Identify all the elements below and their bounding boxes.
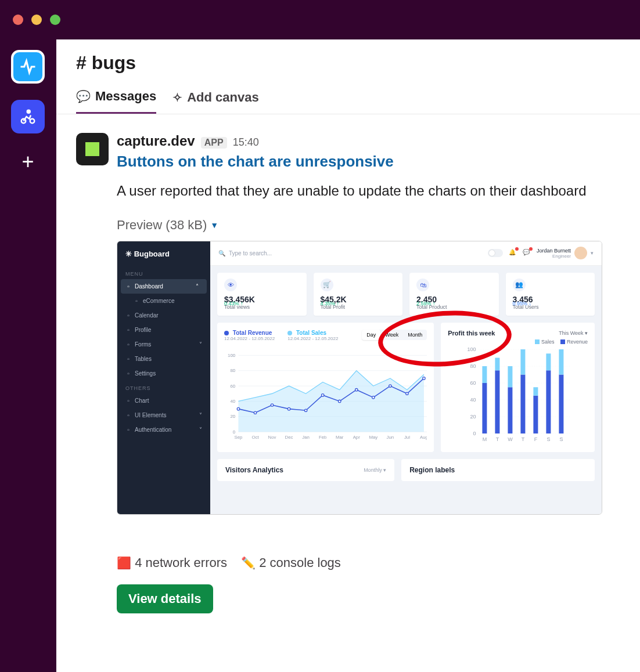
sidebar-item-settings[interactable]: ▫Settings [117, 366, 210, 381]
stat-card: 🛍2.450Total Product2.59% ↑ [409, 273, 499, 316]
dashboard-topbar: 🔍 Type to search... 🔔 💬 Jordan Burnett E… [210, 241, 602, 266]
range-day[interactable]: Day [362, 330, 380, 340]
svg-text:80: 80 [230, 368, 235, 373]
svg-point-38 [423, 377, 425, 380]
line-chart: 020406080100SepOctNovDecJanFebMarAprMayJ… [224, 346, 427, 447]
svg-text:Dec: Dec [285, 435, 293, 440]
range-week[interactable]: Week [380, 330, 403, 340]
svg-text:T: T [496, 436, 499, 442]
sidebar-item-authentication[interactable]: ▫Authentication˅ [117, 422, 210, 437]
sidebar-item-profile[interactable]: ▫Profile [117, 323, 210, 337]
sidebar-item-forms[interactable]: ▫Forms˅ [117, 337, 210, 352]
svg-text:W: W [508, 436, 513, 442]
visitors-selector[interactable]: Monthly ▾ [364, 467, 386, 473]
svg-point-28 [254, 411, 256, 414]
workspace-icon-primary[interactable] [11, 50, 45, 84]
tab-messages[interactable]: 💬 Messages [76, 89, 156, 114]
chevron-down-icon: ▼ [210, 221, 218, 230]
svg-text:Jun: Jun [387, 435, 394, 440]
user-name: Jordan Burnett [537, 248, 571, 254]
svg-text:100: 100 [228, 353, 236, 358]
svg-text:80: 80 [470, 363, 476, 369]
svg-point-33 [339, 400, 341, 402]
svg-rect-65 [534, 387, 538, 396]
search-input[interactable]: 🔍 Type to search... [218, 250, 482, 256]
svg-text:0: 0 [233, 429, 236, 435]
user-menu[interactable]: Jordan Burnett Engineer ▾ [537, 247, 594, 259]
svg-point-30 [287, 407, 290, 410]
messages-icon: 💬 [76, 89, 91, 103]
profit-selector[interactable]: This Week ▾ [559, 330, 588, 336]
tab-messages-label: Messages [95, 89, 156, 104]
add-workspace-button[interactable]: + [21, 150, 34, 174]
svg-text:Aug: Aug [420, 435, 427, 440]
card-pct: 4.35% ↑ [321, 301, 340, 306]
svg-rect-67 [546, 370, 551, 433]
svg-rect-70 [559, 374, 564, 433]
svg-rect-68 [546, 353, 551, 370]
win-max-dot[interactable] [50, 15, 60, 25]
sidebar-item-chart[interactable]: ▫Chart [117, 393, 210, 408]
window-titlebar [0, 0, 640, 39]
pencil-icon: ✏️ [241, 557, 256, 569]
svg-text:0: 0 [473, 431, 476, 436]
svg-text:60: 60 [230, 383, 235, 388]
svg-point-32 [321, 394, 323, 396]
svg-point-27 [237, 407, 239, 410]
chat-icon[interactable]: 💬 [523, 249, 531, 257]
win-min-dot[interactable] [31, 15, 42, 25]
svg-rect-59 [508, 366, 513, 387]
tab-add-canvas[interactable]: ✧ Add canvas [172, 89, 259, 114]
user-role: Engineer [537, 254, 571, 259]
profit-chart-panel: Profit this week This Week ▾ Sales Reven… [441, 323, 595, 452]
sender-avatar[interactable] [76, 133, 109, 165]
menu-section-label: MENU [117, 266, 210, 279]
chart-range-selector[interactable]: DayWeekMonth [362, 330, 427, 340]
theme-toggle[interactable] [488, 249, 503, 257]
sidebar-item-ecommerce[interactable]: ▫eCommerce [117, 294, 210, 308]
svg-point-29 [271, 404, 273, 406]
svg-rect-56 [495, 357, 500, 370]
sidebar-item-calendar[interactable]: ▫Calendar [117, 308, 210, 323]
win-close-dot[interactable] [13, 15, 23, 25]
svg-text:40: 40 [470, 397, 476, 403]
network-errors-attachment[interactable]: 🟥 4 network errors [117, 555, 227, 570]
bar-chart: 020406080100MTWTFSS [448, 347, 588, 443]
sidebar-item-ui-elements[interactable]: ▫UI Elements˅ [117, 408, 210, 422]
message-body-text: A user reported that they are unable to … [117, 181, 620, 201]
svg-rect-52 [483, 383, 487, 433]
svg-text:Mar: Mar [336, 435, 344, 440]
add-canvas-icon: ✧ [172, 91, 182, 104]
preview-label[interactable]: Preview (38 kB) ▼ [117, 218, 620, 233]
sidebar-item-tables[interactable]: ▫Tables [117, 352, 210, 366]
card-pct: 0.95% ↓ [513, 301, 532, 306]
svg-point-34 [355, 388, 358, 391]
tab-add-canvas-label: Add canvas [187, 90, 259, 105]
channel-tabs: 💬 Messages ✧ Add canvas [56, 78, 640, 114]
channel-title[interactable]: # bugs [56, 39, 640, 78]
console-logs-attachment[interactable]: ✏️ 2 console logs [241, 555, 341, 570]
svg-rect-62 [521, 349, 526, 375]
svg-text:T: T [522, 436, 525, 442]
svg-text:60: 60 [470, 380, 476, 386]
workspace-rail: + [0, 39, 56, 672]
sidebar-item-dashboard[interactable]: ▫Dashboard˄ [121, 279, 207, 294]
preview-image[interactable]: ✳ Bugboard MENU ▫Dashboard˄▫eCommerce▫Ca… [117, 241, 602, 515]
svg-rect-71 [559, 349, 564, 375]
svg-point-37 [406, 392, 408, 395]
svg-text:Nov: Nov [268, 435, 276, 440]
legend-sales: Total Sales [296, 330, 326, 336]
svg-point-2 [27, 110, 30, 113]
sender-name[interactable]: capture.dev [117, 133, 195, 149]
range-month[interactable]: Month [403, 330, 427, 340]
stat-cards-row: 👁$3.456KTotal views0.43% ↑🛒$45,2KTotal P… [210, 266, 602, 323]
svg-rect-55 [495, 370, 500, 433]
stat-card: 👁$3.456KTotal views0.43% ↑ [217, 273, 307, 316]
app-badge: APP [201, 137, 227, 149]
chevron-down-icon: ▾ [591, 250, 594, 256]
view-details-button[interactable]: View details [117, 584, 213, 613]
message-title-link[interactable]: Buttons on the chart are unresponsive [117, 153, 620, 171]
bell-icon[interactable]: 🔔 [509, 249, 517, 257]
workspace-icon-secondary[interactable] [11, 100, 45, 133]
card-pct: 2.59% ↑ [416, 301, 436, 306]
